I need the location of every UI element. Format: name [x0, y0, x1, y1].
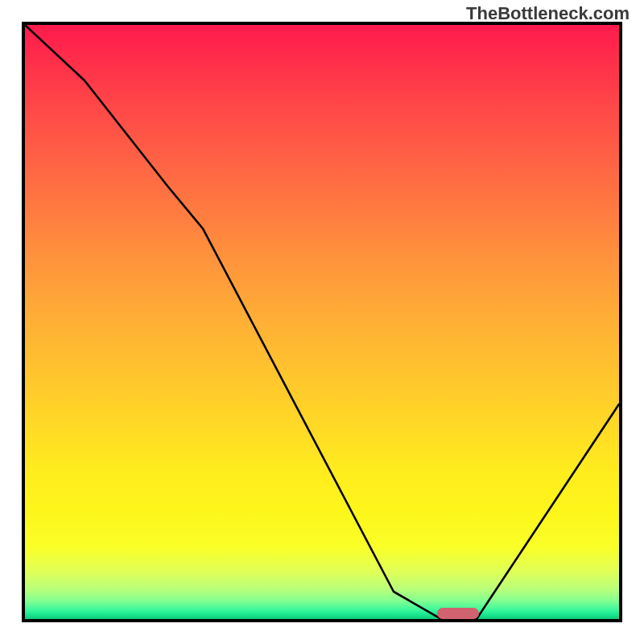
bottleneck-curve-path	[25, 25, 619, 619]
chart-plot-area	[22, 22, 622, 622]
optimal-range-marker	[437, 608, 479, 619]
watermark-text: TheBottleneck.com	[466, 3, 630, 24]
chart-curve-svg	[25, 25, 619, 619]
